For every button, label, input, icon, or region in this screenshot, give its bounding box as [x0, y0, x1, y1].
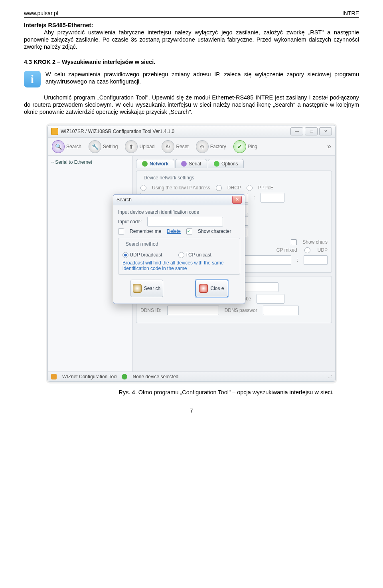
toolbar-more[interactable]: »	[327, 142, 331, 151]
info-icon: i	[24, 71, 41, 87]
page-number: 7	[24, 407, 359, 414]
ping-icon: ✔	[233, 140, 246, 153]
check-icon	[142, 161, 148, 167]
radio-dhcp[interactable]	[216, 185, 222, 191]
input-ddns-pass[interactable]	[263, 306, 299, 315]
upload-icon: ⬆	[125, 140, 138, 153]
tab-serial[interactable]: Serial	[175, 159, 207, 168]
status-icon-1	[51, 374, 57, 379]
maximize-button[interactable]: ▭	[305, 127, 318, 135]
paragraph-2: Uruchomić program „Configuration Tool". …	[24, 94, 359, 115]
search-btn-icon	[133, 284, 142, 293]
options-icon	[214, 161, 219, 167]
body-text-1: Interfejs RS485-Ethernet: Aby przywrócić…	[24, 22, 359, 51]
tree-dots-icon: ┈	[51, 159, 55, 165]
input-ddns-port[interactable]	[257, 294, 284, 304]
search-method-fieldset: Search method UDP broadcast TCP unicast …	[118, 238, 240, 275]
minimize-button[interactable]: —	[290, 127, 303, 135]
info-text: W celu zapewnienia prawidłowego przebieg…	[45, 71, 359, 85]
toolbar-ping[interactable]: ✔ Ping	[233, 140, 257, 153]
search-dialog: Search ✕ Input device search identificat…	[113, 194, 245, 304]
dialog-close-button-2[interactable]: Clos e	[195, 280, 228, 297]
dialog-title-text: Search	[116, 197, 132, 203]
chk-show-char[interactable]	[186, 228, 192, 234]
radio-ip[interactable]	[140, 185, 146, 191]
dialog-titlebar: Search ✕	[113, 195, 245, 205]
toolbar-upload[interactable]: ⬆ Upload	[125, 140, 154, 153]
status-text-left: WIZnet Configuration Tool	[62, 374, 118, 379]
radio-udp-broadcast[interactable]	[122, 252, 128, 258]
resize-grip-icon: ..:	[328, 374, 332, 379]
status-icon-2	[122, 374, 127, 379]
settings-pane: Network Serial Options Device network se…	[133, 156, 335, 371]
tabs-row: Network Serial Options	[136, 159, 332, 168]
input-ddns-id[interactable]	[167, 306, 219, 315]
page-header: www.pulsar.pl INTRE	[24, 10, 359, 18]
tab-options[interactable]: Options	[208, 159, 244, 168]
header-left: www.pulsar.pl	[24, 10, 58, 16]
serial-icon	[181, 161, 187, 167]
radio-tcp-unicast[interactable]	[178, 252, 184, 258]
factory-icon: ⚙	[196, 140, 209, 153]
subheading: Interfejs RS485-Ethernet:	[24, 22, 93, 28]
broadcast-hint: Broadcast will find the all devices with…	[122, 260, 236, 271]
close-btn-icon	[199, 284, 208, 293]
chk-remember[interactable]	[118, 228, 124, 234]
tab-network[interactable]: Network	[136, 159, 174, 168]
window-title: WIZ107SR / WIZ108SR Configuration Tool V…	[61, 129, 174, 134]
radio-pppoe[interactable]	[247, 185, 253, 191]
close-window-button[interactable]: ✕	[319, 127, 332, 135]
delete-link[interactable]: Delete	[167, 228, 181, 234]
config-tool-window: WIZ107SR / WIZ108SR Configuration Tool V…	[47, 125, 336, 382]
toolbar-factory[interactable]: ⚙ Factory	[196, 140, 226, 153]
dialog-search-button[interactable]: Sear ch	[130, 280, 163, 297]
input-port[interactable]	[261, 193, 284, 203]
toolbar-search[interactable]: 🔍 Search	[52, 140, 81, 153]
input-remote-port[interactable]	[304, 255, 328, 265]
search-icon: 🔍	[52, 140, 65, 153]
section-title: 4.3 KROK 2 – Wyszukiwanie interfejsów w …	[24, 59, 359, 65]
tree-root[interactable]: ┈ Serial to Ethernet	[50, 158, 130, 166]
header-right: INTRE	[342, 10, 359, 16]
setting-icon: 🔧	[89, 140, 101, 153]
toolbar-setting[interactable]: 🔧 Setting	[89, 140, 118, 153]
radio-udp[interactable]	[304, 247, 310, 253]
dialog-code-label: Input device search identification code	[118, 209, 240, 215]
reset-icon: ↻	[162, 140, 174, 153]
input-code-field[interactable]	[147, 217, 223, 226]
figure-caption: Rys. 4. Okno programu „Configuration Too…	[24, 389, 334, 395]
app-icon	[51, 128, 58, 135]
dialog-close-button[interactable]: ✕	[232, 196, 242, 204]
main-toolbar: 🔍 Search 🔧 Setting ⬆ Upload ↻ Reset ⚙ Fa…	[48, 138, 335, 156]
paragraph-1: Aby przywrócić ustawienia fabryczne inte…	[24, 29, 359, 50]
statusbar: WIZnet Configuration Tool None device se…	[48, 371, 335, 381]
info-block: i W celu zapewnienia prawidłowego przebi…	[24, 71, 359, 87]
input-code-label: Input code:	[118, 219, 142, 224]
status-text-right: None device selected	[133, 374, 179, 379]
toolbar-reset[interactable]: ↻ Reset	[162, 140, 188, 153]
chk-showchars[interactable]	[291, 239, 297, 245]
window-titlebar: WIZ107SR / WIZ108SR Configuration Tool V…	[48, 125, 335, 138]
